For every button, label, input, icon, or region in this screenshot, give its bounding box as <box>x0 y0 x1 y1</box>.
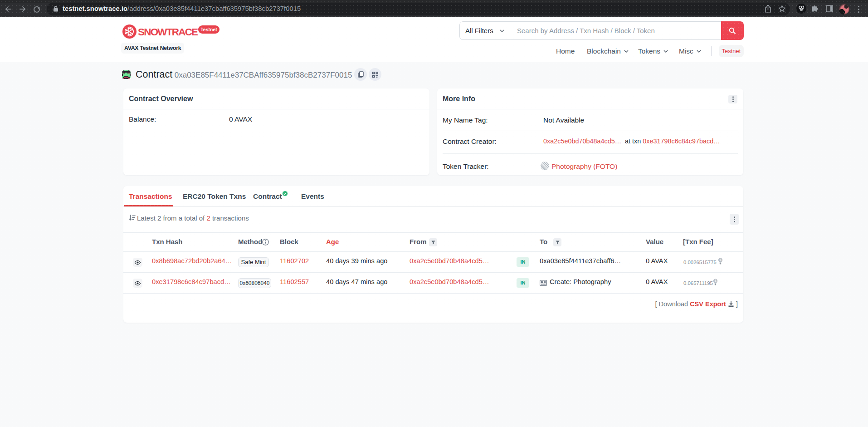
svg-text:$: $ <box>715 279 717 282</box>
svg-text:$: $ <box>720 258 722 261</box>
